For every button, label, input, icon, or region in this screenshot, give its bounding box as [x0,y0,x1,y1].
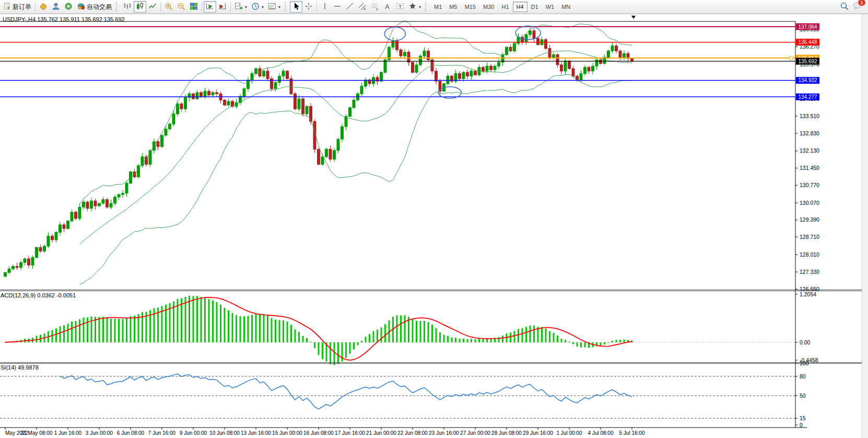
chart-shift-button[interactable] [216,1,229,13]
timeframe-w1[interactable]: W1 [542,2,558,12]
timeframe-m30[interactable]: M30 [479,2,498,12]
auto-scroll-button[interactable] [204,1,216,13]
macd-histogram [0,296,795,365]
svg-text:128.010: 128.010 [800,251,819,258]
svg-text:31 May 08:00: 31 May 08:00 [21,430,53,436]
svg-text:136.448: 136.448 [798,39,817,45]
timeframe-h1[interactable]: H1 [498,2,512,12]
community-button[interactable] [50,1,62,13]
arrows-button[interactable]: ▾ [406,1,423,13]
window-edge [862,14,868,438]
vertical-line-button[interactable] [319,1,331,13]
crosshair-icon [304,2,313,12]
dropdown-arrow-icon: ▾ [262,5,264,9]
text-icon: A [383,2,392,12]
svg-text:137.064: 137.064 [798,24,817,30]
new-order-label: 新订单 [13,3,31,11]
svg-text:7 Jun 16:00: 7 Jun 16:00 [148,430,176,436]
signals-icon [64,2,73,12]
chat-button[interactable]: 1 [853,2,862,12]
search-icon[interactable] [840,2,849,13]
svg-text:0.00: 0.00 [800,339,811,345]
svg-text:50: 50 [800,393,806,399]
svg-text:100: 100 [800,360,809,366]
auto-scroll-icon [206,2,214,12]
new-order-button[interactable]: 新订单 [2,1,33,13]
toolbar-separator [160,2,161,11]
timeframe-h4[interactable]: H4 [513,2,527,12]
svg-text:134.932: 134.932 [798,77,817,83]
autotrading-label: 自动交易 [87,3,112,11]
svg-text:130.770: 130.770 [800,182,819,188]
svg-text:3 Jun 00:00: 3 Jun 00:00 [86,430,113,436]
trendline-button[interactable] [344,1,356,13]
templates-button[interactable]: ▾ [266,1,283,13]
toolbar: 新订单 自动交易 ▾ ▾ ▾ E F A [0,0,868,14]
zoom-in-icon [165,2,173,12]
svg-text:1.2054: 1.2054 [800,291,816,297]
zoom-in-button[interactable] [162,1,175,13]
svg-text:15 Jun 00:00: 15 Jun 00:00 [272,430,302,436]
line-chart-icon [148,2,157,12]
timeframe-m1[interactable]: M1 [430,2,445,12]
periods-button[interactable]: ▾ [249,1,266,13]
line-chart-button[interactable] [146,1,159,13]
signals-button[interactable] [62,1,75,13]
toolbar-grip [425,2,428,11]
svg-text:1 Jun 16:00: 1 Jun 16:00 [54,430,82,436]
axes[interactable]: 136.950136.270135.570134.890134.190133.5… [0,21,862,428]
toolbar-separator [316,2,317,11]
text-button[interactable]: A [381,1,394,13]
svg-text:1 Jul 00:00: 1 Jul 00:00 [557,430,582,436]
new-chart-button[interactable]: ▾ [232,1,249,13]
rsi-indicator-label: SI(14) 49.9878 [1,364,39,371]
time-axis[interactable]: May 202231 May 08:001 Jun 16:003 Jun 00:… [5,428,645,436]
text-label-icon: T [396,2,404,12]
candlestick-chart-icon [136,2,144,12]
toolbar-separator [230,2,231,11]
autotrading-button[interactable]: 自动交易 [75,1,114,13]
wallet-button[interactable] [37,1,50,13]
chart-shift-icon [218,2,227,12]
equidistant-channel-button[interactable]: E [356,1,369,13]
templates-icon [268,2,276,12]
svg-text:128.710: 128.710 [800,234,819,240]
tile-windows-button[interactable] [187,1,200,13]
svg-text:10 Jun 08:00: 10 Jun 08:00 [209,430,240,436]
bar-chart-button[interactable] [121,1,134,13]
svg-text:134.277: 134.277 [798,94,817,100]
svg-text:16 Jun 08:00: 16 Jun 08:00 [303,430,334,436]
cursor-icon [292,2,300,12]
svg-text:130.070: 130.070 [800,200,819,206]
chart-shift-marker[interactable] [631,16,636,19]
zoom-out-icon [177,2,185,12]
svg-text:129.390: 129.390 [800,216,819,223]
svg-text:133.510: 133.510 [800,113,819,119]
svg-text:80: 80 [800,373,806,379]
timeframe-d1[interactable]: D1 [527,2,542,12]
macd-indicator-label: ACD(12,26,9) 0.0362 -0.0051 [1,292,76,298]
timeframe-m15[interactable]: M15 [461,2,479,12]
svg-text:135.692: 135.692 [798,59,817,64]
horizontal-line-button[interactable] [331,1,344,13]
crosshair-button[interactable] [302,1,315,13]
horizontal-line-objects[interactable] [0,27,795,97]
toolbar-right-group: 1 [840,2,862,13]
fibonacci-button[interactable]: F [369,1,381,13]
svg-text:5 Jul 16:00: 5 Jul 16:00 [619,430,645,436]
timeframe-mn[interactable]: MN [558,2,574,12]
candlestick-chart-button[interactable] [134,1,146,13]
text-label-button[interactable]: T [394,1,406,13]
timeframe-m5[interactable]: M5 [445,2,461,12]
wallet-icon [39,2,48,12]
toolbar-separator [35,2,36,11]
zoom-out-button[interactable] [175,1,187,13]
cursor-button[interactable] [290,1,302,13]
bar-chart-icon [123,2,132,12]
svg-text:127.330: 127.330 [800,269,819,275]
svg-text:131.450: 131.450 [800,165,819,171]
candlesticks [4,28,634,278]
svg-text:9 Jun 00:00: 9 Jun 00:00 [180,430,207,436]
chart-canvas[interactable]: 136.950136.270135.570134.890134.190133.5… [0,14,868,438]
svg-text:0: 0 [800,422,803,428]
